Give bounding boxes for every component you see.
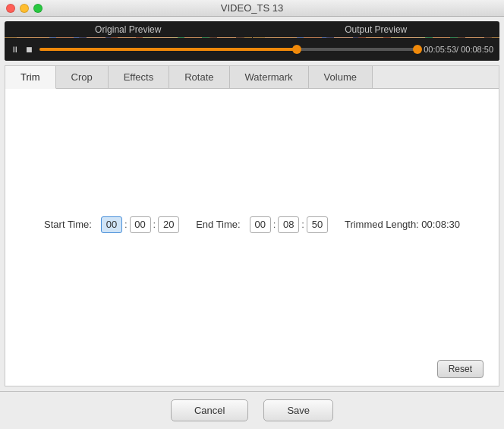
minimize-button[interactable] bbox=[20, 4, 29, 13]
tab-watermark[interactable]: Watermark bbox=[230, 66, 309, 88]
output-preview-label: Output Preview bbox=[345, 21, 407, 37]
timeline-track[interactable] bbox=[39, 48, 417, 51]
output-person-6 bbox=[425, 37, 457, 38]
start-colon-1: : bbox=[124, 219, 128, 230]
time-display: 00:05:53/ 00:08:50 bbox=[424, 45, 493, 54]
tab-crop[interactable]: Crop bbox=[56, 66, 109, 88]
original-preview-frame bbox=[5, 37, 252, 38]
timeline-progress bbox=[39, 48, 297, 51]
output-person-4 bbox=[358, 37, 390, 38]
tab-trim[interactable]: Trim bbox=[5, 66, 56, 89]
person-6 bbox=[178, 37, 209, 38]
start-time-label: Start Time: bbox=[44, 219, 92, 230]
tabs-bar: Trim Crop Effects Rotate Watermark Volum… bbox=[5, 66, 499, 89]
end-colon-1: : bbox=[273, 219, 276, 230]
person-4 bbox=[111, 37, 143, 38]
original-film-scene bbox=[5, 37, 252, 38]
title-bar: VIDEO_TS 13 bbox=[0, 0, 504, 17]
video-wrapper: Original Preview bbox=[5, 21, 499, 61]
maximize-button[interactable] bbox=[33, 4, 43, 13]
start-colon-2: : bbox=[153, 219, 156, 230]
timeline-thumb[interactable] bbox=[292, 45, 301, 54]
traffic-lights bbox=[6, 4, 43, 13]
time-fields: Start Time: : : End Time: : : bbox=[44, 216, 460, 233]
start-ss-input[interactable] bbox=[158, 216, 179, 233]
tab-rotate[interactable]: Rotate bbox=[169, 66, 229, 88]
output-film-scene bbox=[253, 37, 500, 38]
start-hh-input[interactable] bbox=[101, 216, 122, 233]
start-mm-input[interactable] bbox=[130, 216, 151, 233]
tab-effects[interactable]: Effects bbox=[109, 66, 170, 88]
trim-content: Start Time: : : End Time: : : bbox=[5, 89, 499, 360]
output-preview-frame bbox=[253, 37, 500, 38]
person-7 bbox=[209, 37, 244, 38]
end-colon-2: : bbox=[301, 219, 304, 230]
tab-volume[interactable]: Volume bbox=[309, 66, 373, 88]
bottom-bar: Cancel Save bbox=[0, 391, 504, 429]
timeline-end-thumb[interactable] bbox=[413, 45, 422, 54]
trimmed-length-label: Trimmed Length: 00:08:30 bbox=[345, 219, 460, 230]
start-time-group: : : bbox=[101, 216, 179, 233]
controls-bar: ⏸ ⏹ 00:05:53/ 00:08:50 bbox=[5, 38, 499, 61]
save-button[interactable]: Save bbox=[263, 399, 333, 421]
video-previews: Original Preview bbox=[5, 21, 499, 38]
end-ss-input[interactable] bbox=[307, 216, 328, 233]
end-hh-input[interactable] bbox=[250, 216, 271, 233]
end-mm-input[interactable] bbox=[278, 216, 299, 233]
end-time-label: End Time: bbox=[196, 219, 241, 230]
window-title: VIDEO_TS 13 bbox=[221, 2, 283, 14]
close-button[interactable] bbox=[6, 4, 15, 13]
original-preview-label: Original Preview bbox=[95, 21, 161, 37]
tab-area: Trim Crop Effects Rotate Watermark Volum… bbox=[5, 65, 499, 386]
person-2 bbox=[49, 37, 81, 38]
reset-section: Reset bbox=[5, 360, 499, 386]
pause-button[interactable]: ⏸ bbox=[11, 45, 19, 54]
end-time-group: : : bbox=[250, 216, 328, 233]
stop-button[interactable]: ⏹ bbox=[25, 45, 33, 54]
original-preview-section: Original Preview bbox=[5, 21, 252, 38]
cancel-button[interactable]: Cancel bbox=[171, 399, 248, 421]
output-person-2 bbox=[297, 37, 329, 38]
output-preview-section: Output Preview bbox=[253, 21, 500, 38]
output-person-7 bbox=[458, 37, 493, 38]
reset-button[interactable]: Reset bbox=[437, 360, 484, 378]
